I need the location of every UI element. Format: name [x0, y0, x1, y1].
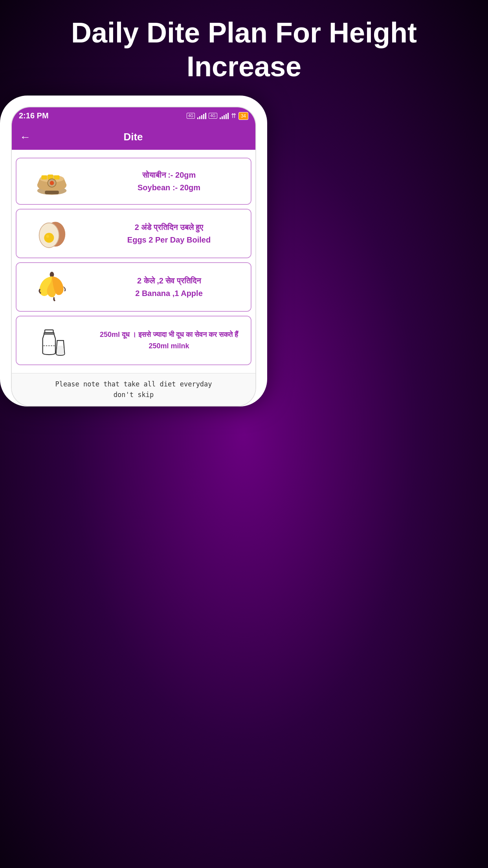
soybean-text: सोयाबीन :- 20gm Soybean :- 20gm	[138, 169, 200, 194]
app-bar: ← Dite	[12, 125, 255, 150]
svg-rect-4	[54, 175, 59, 180]
svg-point-11	[46, 235, 49, 237]
phone-screen: 2:16 PM 4G 4G	[11, 107, 256, 406]
footer-note: Please note that take all diet everyday …	[12, 373, 255, 406]
svg-rect-7	[45, 191, 59, 194]
milk-text-area: 250ml दूध । इससे ज्यादा भी दूध का सेवन क…	[87, 316, 251, 364]
status-time: 2:16 PM	[19, 111, 49, 120]
eggs-text-area: 2 अंडे प्रतिदिन उबले हुए Eggs 2 Per Day …	[87, 210, 251, 257]
soybean-text-area: सोयाबीन :- 20gm Soybean :- 20gm	[87, 158, 251, 204]
page-title: Daily Dite Plan For Height Increase	[0, 0, 488, 96]
status-bar: 2:16 PM 4G 4G	[12, 107, 255, 125]
banana-text: 2 केले ,2 सेव प्रतिदिन 2 Banana ,1 Apple	[135, 274, 203, 300]
eggs-icon	[34, 216, 70, 251]
battery-icon: 34	[238, 112, 248, 120]
milk-text: 250ml दूध । इससे ज्यादा भी दूध का सेवन क…	[100, 329, 238, 352]
soybean-icon-area	[17, 158, 87, 204]
back-button[interactable]: ←	[20, 131, 31, 143]
diet-card-milk: 250ml दूध । इससे ज्यादा भी दूध का सेवन क…	[16, 316, 251, 365]
content-area: सोयाबीन :- 20gm Soybean :- 20gm	[12, 150, 255, 373]
wifi-icon: ⇈	[231, 112, 236, 120]
svg-point-6	[50, 181, 54, 185]
banana-icon-area	[17, 263, 87, 311]
banana-text-area: 2 केले ,2 सेव प्रतिदिन 2 Banana ,1 Apple	[87, 263, 251, 311]
phone-frame: 2:16 PM 4G 4G	[0, 96, 267, 406]
diet-card-eggs: 2 अंडे प्रतिदिन उबले हुए Eggs 2 Per Day …	[16, 209, 251, 258]
signal-bars-2	[220, 113, 229, 119]
status-icons: 4G 4G	[187, 112, 248, 120]
page-background: Daily Dite Plan For Height Increase 2:16…	[0, 0, 488, 406]
svg-rect-2	[41, 175, 47, 180]
app-bar-title: Dite	[31, 131, 236, 143]
diet-card-banana: 2 केले ,2 सेव प्रतिदिन 2 Banana ,1 Apple	[16, 262, 251, 312]
lte-badge-2: 4G	[209, 113, 217, 119]
soybean-bowl-icon	[34, 166, 70, 197]
milk-icon-area	[17, 316, 87, 364]
eggs-text: 2 अंडे प्रतिदिन उबले हुए Eggs 2 Per Day …	[127, 221, 211, 246]
eggs-icon-area	[17, 210, 87, 257]
svg-point-10	[44, 233, 54, 243]
diet-card-soybean: सोयाबीन :- 20gm Soybean :- 20gm	[16, 158, 251, 205]
lte-badge-1: 4G	[187, 113, 195, 119]
milk-icon	[34, 323, 70, 358]
signal-bars-1	[197, 113, 206, 119]
banana-icon	[34, 269, 70, 305]
